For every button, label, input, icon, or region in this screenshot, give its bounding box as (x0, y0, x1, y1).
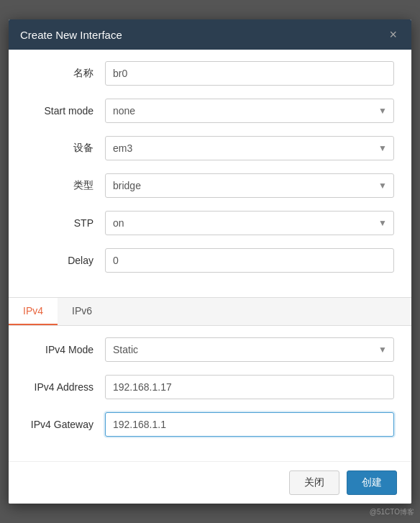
modal-overlay: Create New Interface × 名称 Start mode non… (0, 0, 420, 523)
modal-dialog: Create New Interface × 名称 Start mode non… (9, 19, 411, 504)
ipv4-mode-row: IPv4 Mode Static DHCP None ▼ (26, 337, 394, 362)
device-select[interactable]: em3 em1 em2 em4 (105, 136, 394, 160)
ipv4-gateway-label: IPv4 Gateway (26, 419, 105, 430)
delay-row: Delay (26, 248, 394, 273)
type-select-wrapper: bridge bond vlan dummy ▼ (105, 173, 394, 198)
close-button[interactable]: 关闭 (289, 470, 339, 495)
ipv4-address-row: IPv4 Address (26, 375, 394, 399)
device-row: 设备 em3 em1 em2 em4 ▼ (26, 136, 394, 160)
modal-header: Create New Interface × (9, 19, 411, 50)
startmode-row: Start mode none auto hotplug ▼ (26, 99, 394, 123)
startmode-select-wrapper: none auto hotplug ▼ (105, 99, 394, 123)
delay-label: Delay (26, 255, 105, 266)
type-select[interactable]: bridge bond vlan dummy (105, 173, 394, 198)
tabs-bar: IPv4 IPv6 (9, 297, 411, 326)
startmode-label: Start mode (26, 105, 105, 117)
ipv4-mode-select-wrapper: Static DHCP None ▼ (105, 337, 394, 362)
ipv4-mode-label: IPv4 Mode (26, 344, 105, 355)
modal-title: Create New Interface (20, 29, 122, 41)
ipv4-gateway-input[interactable] (105, 412, 394, 437)
tab-ipv6[interactable]: IPv6 (58, 298, 106, 325)
ipv4-gateway-row: IPv4 Gateway (26, 412, 394, 437)
stp-row: STP on off ▼ (26, 211, 394, 235)
type-label: 类型 (26, 179, 105, 192)
ipv4-section: IPv4 Mode Static DHCP None ▼ IPv4 Addres… (9, 326, 411, 461)
device-label: 设备 (26, 142, 105, 155)
name-label: 名称 (26, 67, 105, 80)
modal-footer: 关闭 创建 (9, 461, 411, 504)
device-select-wrapper: em3 em1 em2 em4 ▼ (105, 136, 394, 160)
stp-select[interactable]: on off (105, 211, 394, 235)
type-row: 类型 bridge bond vlan dummy ▼ (26, 173, 394, 198)
ipv4-mode-select[interactable]: Static DHCP None (105, 337, 394, 362)
modal-close-button[interactable]: × (386, 28, 400, 41)
ipv4-address-label: IPv4 Address (26, 381, 105, 393)
name-row: 名称 (26, 61, 394, 86)
name-input[interactable] (105, 61, 394, 86)
watermark: @51CTO博客 (370, 507, 414, 517)
stp-select-wrapper: on off ▼ (105, 211, 394, 235)
stp-label: STP (26, 217, 105, 229)
ipv4-address-input[interactable] (105, 375, 394, 399)
form-section: 名称 Start mode none auto hotplug ▼ (9, 50, 411, 297)
create-button[interactable]: 创建 (347, 470, 397, 495)
modal-body: 名称 Start mode none auto hotplug ▼ (9, 50, 411, 461)
delay-input[interactable] (105, 248, 394, 273)
tab-ipv4[interactable]: IPv4 (9, 298, 58, 325)
startmode-select[interactable]: none auto hotplug (105, 99, 394, 123)
